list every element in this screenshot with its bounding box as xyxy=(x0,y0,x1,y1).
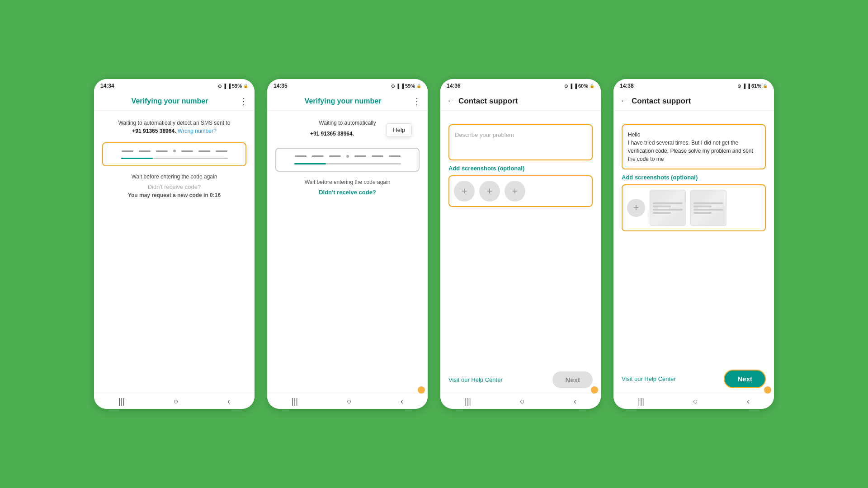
phones-container: 14:34 ⊙ ▐ ▐ 59% 🔒 Verifying your number … xyxy=(94,79,774,409)
code-progress-1 xyxy=(121,158,228,159)
phone-number-1: +91 91365 38964. xyxy=(132,128,176,134)
bottom-actions-3: Visit our Help Center Next xyxy=(448,367,593,388)
signal-icons-4: ⊙ ▐ ▐ xyxy=(737,84,750,89)
problem-text-4: HelloI have tried several times. But I d… xyxy=(628,131,753,162)
dash-sep-2 xyxy=(346,155,349,158)
problem-text-box-3[interactable]: Describe your problem xyxy=(448,124,593,160)
phone-body-4: HelloI have tried several times. But I d… xyxy=(613,111,774,393)
verify-subtitle-2: Waiting to automatically +91 91365 38964… xyxy=(275,119,420,141)
screenshots-box-4: + xyxy=(622,184,766,231)
phone-2: 14:35 ⊙ ▐ ▐ 59% 🔒 Verifying your number … xyxy=(267,79,428,409)
add-screenshot-btn-2[interactable]: + xyxy=(479,181,500,202)
dash2-1 xyxy=(295,155,307,157)
dash2-5 xyxy=(372,155,383,157)
status-icons-2: ⊙ ▐ ▐ 59% 🔒 xyxy=(391,83,421,89)
phone-number-2: +91 91365 38964. Help xyxy=(310,131,385,137)
verify-title-1: Verifying your number xyxy=(100,97,239,105)
nav-back-1[interactable]: ‹ xyxy=(227,397,230,406)
corner-badge-4 xyxy=(764,386,771,394)
nav-home-1[interactable]: ○ xyxy=(174,397,179,406)
nav-bar-3: ||| ○ ‹ xyxy=(440,393,601,409)
phone-3: 14:36 ⊙ ▐ ▐ 60% 🔒 ← Contact support Desc… xyxy=(440,79,601,409)
dash2-6 xyxy=(389,155,401,157)
code-input-box-1[interactable] xyxy=(102,142,246,166)
back-arrow-4[interactable]: ← xyxy=(620,96,628,106)
top-bar-3: ← Contact support xyxy=(440,92,601,111)
code-progress-bar-2 xyxy=(294,163,326,164)
signal-icons-2: ⊙ ▐ ▐ xyxy=(391,84,404,89)
next-button-3[interactable]: Next xyxy=(552,371,593,388)
status-bar-2: 14:35 ⊙ ▐ ▐ 59% 🔒 xyxy=(267,79,428,92)
add-screenshot-btn-1[interactable]: + xyxy=(454,181,475,202)
corner-badge-3 xyxy=(591,386,598,394)
timer-1: 0:16 xyxy=(210,192,221,198)
more-icon-1[interactable]: ⋮ xyxy=(239,96,248,107)
time-3: 14:36 xyxy=(447,83,461,89)
more-icon-2[interactable]: ⋮ xyxy=(412,96,421,107)
phone-1: 14:34 ⊙ ▐ ▐ 59% 🔒 Verifying your number … xyxy=(94,79,255,409)
battery-4: 61% xyxy=(751,83,761,89)
dash-4 xyxy=(181,150,193,152)
screenshots-box-3: + + + xyxy=(448,175,593,207)
lock-2: 🔒 xyxy=(416,84,421,88)
phone-4: 14:38 ⊙ ▐ ▐ 61% 🔒 ← Contact support Hell… xyxy=(613,79,774,409)
add-screenshot-btn-4[interactable]: + xyxy=(627,199,645,217)
nav-home-3[interactable]: ○ xyxy=(520,397,525,406)
top-bar-4: ← Contact support xyxy=(613,92,774,111)
nav-back-2[interactable]: ‹ xyxy=(401,397,403,406)
nav-bar-1: ||| ○ ‹ xyxy=(94,393,255,409)
battery-2: 59% xyxy=(405,83,415,89)
dash-5 xyxy=(198,150,210,152)
verify-title-2: Verifying your number xyxy=(274,97,412,105)
dash-3 xyxy=(156,150,168,152)
code-input-box-2[interactable] xyxy=(275,148,420,172)
nav-menu-4[interactable]: ||| xyxy=(638,397,644,406)
nav-bar-2: ||| ○ ‹ xyxy=(267,393,428,409)
top-bar-1: Verifying your number ⋮ xyxy=(94,92,255,111)
add-screenshot-btn-3[interactable]: + xyxy=(505,181,525,202)
bottom-actions-4: Visit our Help Center Next xyxy=(622,365,766,388)
lock-1: 🔒 xyxy=(243,84,248,88)
phone-body-2: Waiting to automatically +91 91365 38964… xyxy=(267,111,428,393)
corner-badge-2 xyxy=(418,386,425,394)
dash2-2 xyxy=(312,155,324,157)
nav-home-4[interactable]: ○ xyxy=(693,397,698,406)
didnt-receive-2[interactable]: Didn't receive code? xyxy=(275,189,420,196)
nav-menu-2[interactable]: ||| xyxy=(292,397,298,406)
wrong-number-link-1[interactable]: Wrong number? xyxy=(178,128,217,134)
phone-body-1: Waiting to automatically detect an SMS s… xyxy=(94,111,255,393)
lock-4: 🔒 xyxy=(763,84,768,88)
help-center-link-3[interactable]: Visit our Help Center xyxy=(448,376,503,383)
dash-sep-1 xyxy=(173,150,176,152)
problem-placeholder-3: Describe your problem xyxy=(455,131,514,138)
nav-back-3[interactable]: ‹ xyxy=(574,397,576,406)
top-bar-2: Verifying your number ⋮ xyxy=(267,92,428,111)
code-progress-bar-1 xyxy=(121,158,153,159)
screenshots-label-4: Add screenshots (optional) xyxy=(622,174,766,181)
next-button-4[interactable]: Next xyxy=(724,370,766,388)
dash-6 xyxy=(216,150,227,152)
status-icons-1: ⊙ ▐ ▐ 59% 🔒 xyxy=(218,83,248,89)
battery-3: 60% xyxy=(578,83,588,89)
problem-text-box-4[interactable]: HelloI have tried several times. But I d… xyxy=(622,124,766,169)
time-4: 14:38 xyxy=(620,83,634,89)
back-arrow-3[interactable]: ← xyxy=(447,96,455,106)
screenshots-label-3: Add screenshots (optional) xyxy=(448,165,593,172)
dash-1 xyxy=(122,150,133,152)
nav-bar-4: ||| ○ ‹ xyxy=(613,393,774,409)
help-center-link-4[interactable]: Visit our Help Center xyxy=(622,375,676,382)
nav-home-2[interactable]: ○ xyxy=(347,397,352,406)
status-icons-3: ⊙ ▐ ▐ 60% 🔒 xyxy=(564,83,594,89)
help-tooltip: Help xyxy=(386,123,412,137)
nav-menu-1[interactable]: ||| xyxy=(118,397,125,406)
nav-menu-3[interactable]: ||| xyxy=(465,397,471,406)
code-dashes-2 xyxy=(295,155,401,158)
nav-back-4[interactable]: ‹ xyxy=(747,397,750,406)
dash2-3 xyxy=(329,155,341,157)
time-2: 14:35 xyxy=(274,83,288,89)
time-1: 14:34 xyxy=(100,83,114,89)
contact-support-title-4: Contact support xyxy=(632,97,768,106)
verify-subtitle-1: Waiting to automatically detect an SMS s… xyxy=(102,119,246,135)
signal-icons-1: ⊙ ▐ ▐ xyxy=(218,84,231,89)
screenshot-thumb-2 xyxy=(690,190,726,226)
